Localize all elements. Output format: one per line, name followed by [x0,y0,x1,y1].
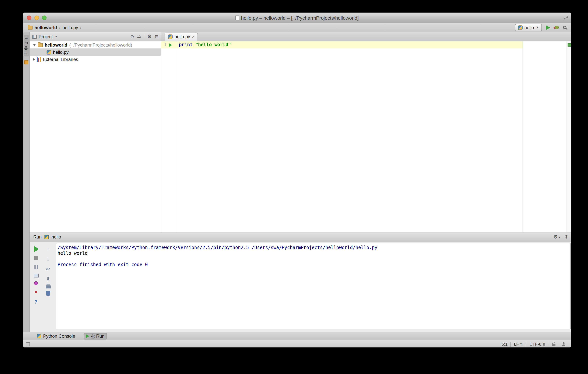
run-panel-body: × ? ↑ ↓ ↩ ⇓ /System/Library/Frameworks/P… [30,242,571,331]
tree-row-external-libraries[interactable]: External Libraries [30,56,161,63]
project-folder-icon [38,43,43,47]
status-bar: 5:1 LF ⇅ UTF-8 ⇅ [23,340,571,348]
tree-row-file[interactable]: hello.py [30,48,161,56]
project-tool-window-button[interactable]: 1: Project [24,35,29,57]
titlebar[interactable]: hello.py – helloworld – [~/PycharmProjec… [23,13,571,23]
collapsed-arrow-icon[interactable] [33,58,35,61]
expanded-arrow-icon[interactable] [33,44,36,46]
debug-button[interactable] [554,26,559,29]
run-tab-label: 4: Run [91,333,105,339]
run-button[interactable] [546,25,550,30]
stop-button[interactable] [34,256,38,260]
project-panel: Project ▼ ⊙ ⇄ ⚙ ⊟ helloworld (~/PycharmP… [30,32,161,232]
divider [144,34,144,39]
run-tool-window-button[interactable]: 4: Run [84,332,107,339]
console-blank-line [58,256,570,262]
python-console-button[interactable]: Python Console [34,332,77,339]
tool-window-strip: 1: Project [23,32,30,331]
window-title-group: hello.py – helloworld – [~/PycharmProjec… [23,15,571,21]
close-tab-icon[interactable]: × [192,35,195,39]
chevron-down-icon: ▼ [55,35,58,38]
gutter-separator [177,41,177,232]
run-panel-config: hello [52,234,61,239]
encoding-widget[interactable]: UTF-8 ⇅ [526,342,549,346]
hide-panel-icon[interactable]: ⊟ [155,34,158,39]
editor-tab-hello-py[interactable]: hello.py × [165,32,198,41]
next-occurrence-button[interactable]: ↓ [47,256,49,262]
run-toolbar-primary: × ? [32,242,41,305]
breadcrumb-project[interactable]: helloworld [34,25,57,30]
caret-position-widget[interactable]: 5:1 [499,342,511,346]
inspections-profile-icon [562,342,566,346]
window-title: hello.py – helloworld – [~/PycharmProjec… [241,15,359,21]
tree-root-name: helloworld [45,42,67,47]
sync-icon[interactable]: ⇄ [137,34,141,39]
inspection-ok-indicator[interactable] [567,43,571,47]
encoding-value: UTF-8 [530,342,541,346]
tool-strip-icon[interactable] [24,60,28,64]
scroll-to-end-button[interactable]: ⇓ [46,276,50,282]
updown-arrow-icon: ⇅ [520,342,523,346]
project-tree: helloworld (~/PycharmProjects/helloworld… [30,41,161,63]
project-panel-header: Project ▼ ⊙ ⇄ ⚙ ⊟ [30,32,161,41]
breadcrumb-file[interactable]: hello.py [63,25,78,30]
python-prompt-icon[interactable] [34,281,38,285]
settings-gear-icon[interactable]: ⚙ [147,34,152,39]
chevron-right-icon: › [80,25,82,30]
close-window-button[interactable] [27,16,32,20]
run-configuration-label: hello [524,25,534,30]
search-icon[interactable] [563,26,567,29]
status-bar-widgets: 5:1 LF ⇅ UTF-8 ⇅ [499,342,571,347]
prev-occurrence-button[interactable]: ↑ [47,246,49,252]
python-icon [37,334,41,338]
readonly-lock-widget[interactable] [549,342,558,346]
run-icon [86,334,89,338]
right-margin-guide [523,41,523,232]
error-stripe [566,41,571,232]
highlighting-level-widget[interactable] [558,342,569,346]
console-stdout-line: hello world [58,251,570,256]
run-tool-window: Run hello ⚙▼ ↧ × ? [30,232,571,331]
ide-window: hello.py – helloworld – [~/PycharmProjec… [23,12,571,348]
tool-window-bar: Python Console 4: Run [23,331,571,340]
run-toolbar-secondary: ↑ ↓ ↩ ⇓ [43,242,52,296]
code-string: "hello world" [195,42,231,47]
resize-icon[interactable] [564,16,568,20]
zoom-window-button[interactable] [42,16,47,20]
run-toolbar: hello ▼ [515,24,571,31]
python-console-label: Python Console [43,333,75,339]
tree-file-name: hello.py [53,49,69,55]
python-icon [518,25,522,30]
run-tool-window-header[interactable]: Run hello ⚙▼ ↧ [30,232,571,242]
libraries-icon [37,57,41,62]
project-view-icon [32,35,37,38]
code-editor[interactable]: 1 print "hello world" [161,41,571,232]
settings-gear-icon[interactable]: ⚙▼ [553,234,561,239]
minimize-window-button[interactable] [34,16,39,20]
editor-tab-label: hello.py [174,34,190,39]
run-configuration-select[interactable]: hello ▼ [515,24,542,31]
rerun-button[interactable] [34,246,38,252]
show-command-line-icon[interactable] [33,274,38,278]
code-keyword: print [179,42,193,47]
tree-row-root[interactable]: helloworld (~/PycharmProjects/helloworld… [30,41,161,48]
help-button[interactable]: ? [34,299,37,305]
hide-panel-icon[interactable]: ↧ [565,235,568,239]
soft-wraps-button[interactable]: ↩ [46,266,50,272]
editor-area: hello.py × 1 print "hello world" [161,32,571,232]
print-icon[interactable] [46,285,51,289]
document-icon [235,16,239,20]
tree-external-label: External Libraries [43,57,78,62]
clear-all-icon[interactable] [46,292,50,296]
breadcrumb: helloworld › hello.py › [23,25,82,30]
tree-root-path: (~/PycharmProjects/helloworld) [69,42,132,47]
pause-output-button[interactable] [34,264,38,270]
scroll-from-source-icon[interactable]: ⊙ [130,34,134,39]
project-view-select[interactable]: Project [39,34,53,39]
line-separator-widget[interactable]: LF ⇅ [511,342,526,346]
close-tab-button[interactable]: × [34,289,37,295]
folder-icon [28,26,32,29]
run-console-output[interactable]: /System/Library/Frameworks/Python.framew… [56,243,571,329]
run-line-marker-icon[interactable] [169,43,172,47]
toolwindow-toggle-icon[interactable] [26,342,30,346]
